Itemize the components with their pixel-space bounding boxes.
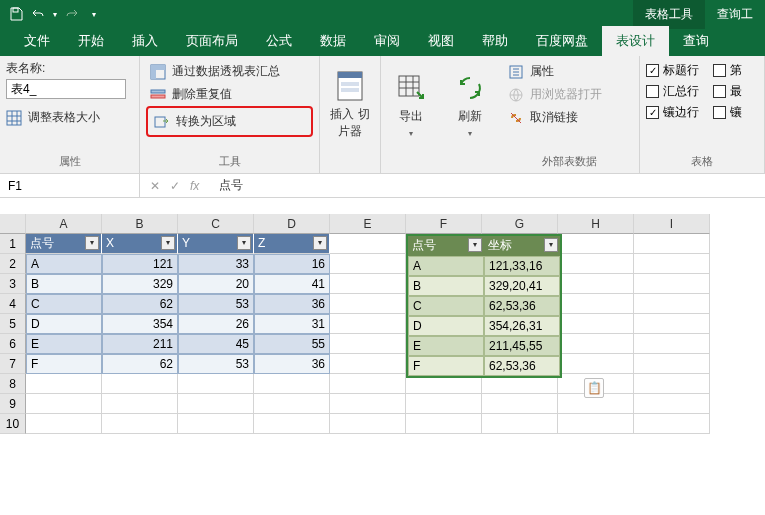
tab-file[interactable]: 文件	[10, 26, 64, 56]
save-icon[interactable]	[6, 4, 26, 24]
cell[interactable]	[178, 394, 254, 414]
row-header[interactable]: 9	[0, 394, 26, 414]
tab-insert[interactable]: 插入	[118, 26, 172, 56]
cell[interactable]	[330, 254, 406, 274]
qat-customize[interactable]: ▾	[84, 4, 104, 24]
cell[interactable]: 62	[102, 354, 178, 374]
col-header[interactable]: D	[254, 214, 330, 234]
col-header[interactable]: I	[634, 214, 710, 234]
cell[interactable]: F	[26, 354, 102, 374]
paste-options-button[interactable]: 📋	[584, 378, 604, 398]
cell[interactable]	[634, 294, 710, 314]
cell[interactable]: 53	[178, 354, 254, 374]
cell[interactable]	[558, 354, 634, 374]
cell[interactable]	[406, 394, 482, 414]
table2-cell[interactable]: B	[408, 276, 484, 296]
cell[interactable]	[634, 234, 710, 254]
cell[interactable]	[558, 254, 634, 274]
cell[interactable]: C	[26, 294, 102, 314]
undo-menu[interactable]: ▾	[50, 4, 60, 24]
cell[interactable]	[558, 234, 634, 254]
row-header[interactable]: 6	[0, 334, 26, 354]
row-header[interactable]: 2	[0, 254, 26, 274]
cell[interactable]: Y▾	[178, 234, 254, 254]
tab-help[interactable]: 帮助	[468, 26, 522, 56]
filter-icon[interactable]: ▾	[544, 238, 558, 252]
cell[interactable]: 55	[254, 334, 330, 354]
cell[interactable]	[558, 314, 634, 334]
undo-icon[interactable]	[28, 4, 48, 24]
cell[interactable]: 31	[254, 314, 330, 334]
cell[interactable]	[102, 394, 178, 414]
redo-icon[interactable]	[62, 4, 82, 24]
cell[interactable]	[178, 374, 254, 394]
cell[interactable]: 41	[254, 274, 330, 294]
cell[interactable]: X▾	[102, 234, 178, 254]
resize-table-button[interactable]: 调整表格大小	[6, 109, 133, 126]
first-col-checkbox[interactable]: 第	[713, 60, 742, 81]
cell[interactable]	[330, 334, 406, 354]
remove-duplicates-button[interactable]: 删除重复值	[146, 83, 313, 106]
tab-table-design[interactable]: 表设计	[602, 26, 669, 56]
table2-cell[interactable]: 329,20,41	[484, 276, 560, 296]
cell[interactable]: 36	[254, 294, 330, 314]
table-name-input[interactable]	[6, 79, 126, 99]
cell[interactable]	[102, 414, 178, 434]
tab-data[interactable]: 数据	[306, 26, 360, 56]
cell[interactable]	[102, 374, 178, 394]
row-header[interactable]: 3	[0, 274, 26, 294]
cancel-icon[interactable]: ✕	[150, 179, 160, 193]
export-button[interactable]: 导出 ▾	[387, 60, 434, 150]
cell[interactable]	[26, 374, 102, 394]
cell[interactable]	[26, 394, 102, 414]
cell[interactable]: 45	[178, 334, 254, 354]
cell[interactable]	[330, 374, 406, 394]
tab-baidu[interactable]: 百度网盘	[522, 26, 602, 56]
fx-icon[interactable]: fx	[190, 179, 199, 193]
table2-header[interactable]: 坐标▾	[484, 236, 560, 256]
cell[interactable]	[330, 234, 406, 254]
refresh-button[interactable]: 刷新 ▾	[446, 60, 494, 150]
table2-cell[interactable]: A	[408, 256, 484, 276]
cell[interactable]: 16	[254, 254, 330, 274]
col-header[interactable]: G	[482, 214, 558, 234]
cell[interactable]	[330, 414, 406, 434]
filter-icon[interactable]: ▾	[313, 236, 327, 250]
table2-cell[interactable]: 121,33,16	[484, 256, 560, 276]
cell[interactable]: Z▾	[254, 234, 330, 254]
cell[interactable]	[634, 254, 710, 274]
cell[interactable]	[330, 314, 406, 334]
col-header[interactable]: F	[406, 214, 482, 234]
select-all-corner[interactable]	[0, 214, 26, 234]
header-row-checkbox[interactable]: ✓标题行	[646, 60, 699, 81]
table2-header[interactable]: 点号▾	[408, 236, 484, 256]
table2-cell[interactable]: 62,53,36	[484, 296, 560, 316]
pivot-summary-button[interactable]: 通过数据透视表汇总	[146, 60, 313, 83]
tab-formulas[interactable]: 公式	[252, 26, 306, 56]
cell[interactable]: 53	[178, 294, 254, 314]
cell[interactable]	[558, 274, 634, 294]
row-header[interactable]: 10	[0, 414, 26, 434]
cell[interactable]: 36	[254, 354, 330, 374]
cell[interactable]	[634, 414, 710, 434]
tab-page-layout[interactable]: 页面布局	[172, 26, 252, 56]
row-header[interactable]: 4	[0, 294, 26, 314]
col-header[interactable]: E	[330, 214, 406, 234]
table2-cell[interactable]: D	[408, 316, 484, 336]
cell[interactable]	[482, 394, 558, 414]
row-header[interactable]: 7	[0, 354, 26, 374]
cell[interactable]: 211	[102, 334, 178, 354]
cell[interactable]	[330, 394, 406, 414]
col-header[interactable]: C	[178, 214, 254, 234]
cell[interactable]: 26	[178, 314, 254, 334]
table2-cell[interactable]: E	[408, 336, 484, 356]
cell[interactable]	[330, 354, 406, 374]
tab-view[interactable]: 视图	[414, 26, 468, 56]
sheet[interactable]: A B C D E F G H I 1点号▾X▾Y▾Z▾2A12133163B3…	[0, 214, 765, 494]
tab-home[interactable]: 开始	[64, 26, 118, 56]
cell[interactable]	[254, 374, 330, 394]
cell[interactable]	[254, 414, 330, 434]
unlink-button[interactable]: 取消链接	[506, 106, 633, 129]
last-col-checkbox[interactable]: 最	[713, 81, 742, 102]
col-header[interactable]: H	[558, 214, 634, 234]
